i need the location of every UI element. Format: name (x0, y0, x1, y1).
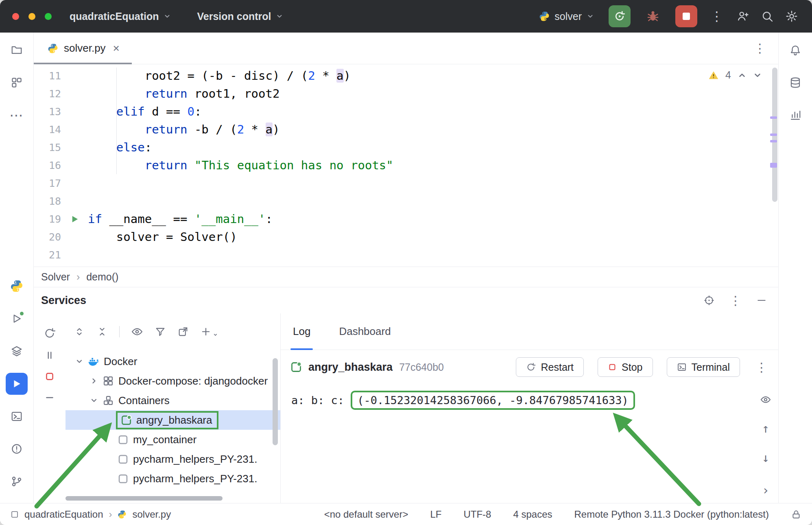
scroll-to-bottom-icon[interactable]: ↓ (762, 452, 769, 464)
project-tool-button[interactable] (6, 39, 28, 61)
main-area: solver.py × ⋮ 11 root2 = (-b - disc) / (… (34, 33, 778, 503)
tree-row[interactable]: Docker (65, 352, 280, 371)
run-tool-button[interactable] (6, 308, 28, 330)
status-item[interactable]: 4 spaces (513, 509, 552, 520)
status-item[interactable]: <no default server> (324, 509, 408, 520)
code-line[interactable]: 21 (34, 246, 778, 264)
settings-gear-icon[interactable] (785, 10, 798, 23)
code-line[interactable]: 17 (34, 174, 778, 192)
close-window-button[interactable] (12, 13, 19, 20)
zoom-window-button[interactable] (45, 13, 52, 20)
code-line[interactable]: 20 solver = Solver() (34, 228, 778, 246)
statusbar-project[interactable]: quadraticEquation (24, 509, 103, 520)
tree-row[interactable]: Containers (65, 391, 280, 410)
stop-button[interactable] (675, 5, 697, 27)
inspection-widget[interactable]: 4 (708, 69, 762, 81)
container-id: 77c640b0 (399, 361, 444, 373)
tab-label: solver.py (64, 42, 106, 55)
structure-tool-button[interactable] (6, 72, 28, 94)
tree-chevron[interactable] (87, 396, 101, 405)
chart-icon (789, 109, 801, 121)
code-line[interactable]: 18 (34, 192, 778, 210)
breadcrumb-class[interactable]: Solver (41, 271, 70, 283)
tab-log[interactable]: Log (290, 313, 313, 350)
database-layers-tool-button[interactable] (6, 340, 28, 362)
prev-warning-chevron-up-icon[interactable] (738, 71, 747, 80)
code-line[interactable]: 15 else: (34, 138, 778, 156)
open-in-new-tab-icon[interactable] (177, 326, 189, 337)
code-line[interactable]: 11 root2 = (-b - disc) / (2 * a) (34, 67, 778, 85)
gutter[interactable] (61, 214, 88, 224)
code-editor[interactable]: 11 root2 = (-b - disc) / (2 * a)12 retur… (34, 64, 778, 267)
pause-icon[interactable] (44, 350, 55, 361)
restart-button[interactable]: Restart (516, 357, 584, 377)
version-control-menu[interactable]: Version control (197, 11, 283, 22)
rerun-button[interactable] (609, 5, 631, 27)
refresh-icon[interactable] (44, 327, 56, 339)
problems-tool-button[interactable] (6, 438, 28, 460)
tree-row[interactable]: Docker-compose: djangodocker (65, 371, 280, 391)
run-configuration-selector[interactable]: solver (539, 11, 594, 22)
lock-icon[interactable] (791, 509, 801, 520)
tree-row[interactable]: angry_bhaskara (65, 410, 280, 430)
services-tool-button[interactable] (6, 373, 28, 395)
status-item[interactable]: UTF-8 (463, 509, 491, 520)
change-marker (770, 140, 777, 142)
filter-funnel-icon[interactable] (155, 326, 166, 337)
view-options-eye-icon[interactable] (131, 326, 143, 338)
change-marker (770, 133, 777, 136)
tree-chevron[interactable] (87, 377, 101, 385)
search-everywhere-button[interactable] (761, 10, 774, 23)
git-tool-button[interactable] (6, 470, 28, 492)
more-actions-menu[interactable]: ⋮ (709, 10, 725, 23)
log-output-prefix: a: b: c: (291, 394, 351, 407)
panel-options-menu[interactable]: ⋮ (729, 293, 742, 308)
next-warning-chevron-down-icon[interactable] (753, 71, 762, 80)
stop-square-icon[interactable] (44, 371, 55, 382)
debug-button[interactable] (642, 5, 664, 27)
tree-vertical-scrollbar[interactable] (273, 358, 278, 445)
breadcrumb-method[interactable]: demo() (86, 271, 118, 283)
tree-row[interactable]: pycharm_helpers_PY-231. (65, 449, 280, 469)
tree-row[interactable]: pycharm_helpers_PY-231. (65, 469, 280, 488)
expand-chevron-right-icon[interactable]: › (762, 484, 769, 497)
add-service-button[interactable] (200, 326, 218, 337)
terminal-button[interactable]: Terminal (667, 357, 740, 377)
notifications-tool-button[interactable] (784, 39, 806, 61)
code-line[interactable]: 14 return -b / (2 * a) (34, 120, 778, 138)
code-with-me-button[interactable] (736, 10, 749, 23)
hide-panel-minus-icon[interactable] (756, 295, 767, 306)
tree-row[interactable]: my_container (65, 430, 280, 449)
status-item[interactable]: LF (430, 509, 441, 520)
stop-container-button[interactable]: Stop (598, 357, 653, 377)
code-line[interactable]: 12 return root1, root2 (34, 85, 778, 103)
tab-options-menu[interactable]: ⋮ (754, 41, 778, 55)
tab-dashboard[interactable]: Dashboard (336, 313, 393, 350)
soft-wrap-eye-icon[interactable] (760, 394, 771, 405)
more-tool-windows-button[interactable]: ⋯ (6, 104, 28, 126)
container-options-menu[interactable]: ⋮ (755, 360, 768, 374)
tab-solver-py[interactable]: solver.py × (34, 33, 132, 64)
minus-icon[interactable] (44, 392, 55, 403)
close-tab-icon[interactable]: × (111, 42, 121, 55)
profiler-tool-button[interactable] (784, 104, 806, 126)
tree-horizontal-scrollbar[interactable] (65, 496, 223, 501)
code-line[interactable]: 13 elif d == 0: (34, 103, 778, 120)
collapse-all-icon[interactable] (96, 326, 108, 337)
database-tool-button[interactable] (784, 72, 806, 94)
log-output[interactable]: a: b: c: (-0.15232014258367066, -9.84767… (281, 384, 778, 503)
terminal-tool-button[interactable] (6, 405, 28, 427)
target-icon[interactable] (703, 295, 715, 306)
minimize-window-button[interactable] (28, 13, 35, 20)
scroll-to-top-icon[interactable]: ↑ (762, 422, 769, 435)
statusbar-file[interactable]: solver.py (132, 509, 171, 520)
code-line[interactable]: 19if __name__ == '__main__': (34, 210, 778, 228)
project-menu-label: quadraticEquation (70, 11, 159, 22)
statusbar: quadraticEquation › solver.py <no defaul… (0, 503, 812, 525)
tree-chevron[interactable] (72, 357, 87, 365)
status-item[interactable]: Remote Python 3.11.3 Docker (python:late… (574, 509, 769, 520)
code-line[interactable]: 16 return "This equation has no roots" (34, 156, 778, 174)
project-menu[interactable]: quadraticEquation (70, 11, 171, 22)
python-packages-tool-button[interactable] (6, 275, 28, 297)
expand-all-icon[interactable] (74, 326, 85, 337)
